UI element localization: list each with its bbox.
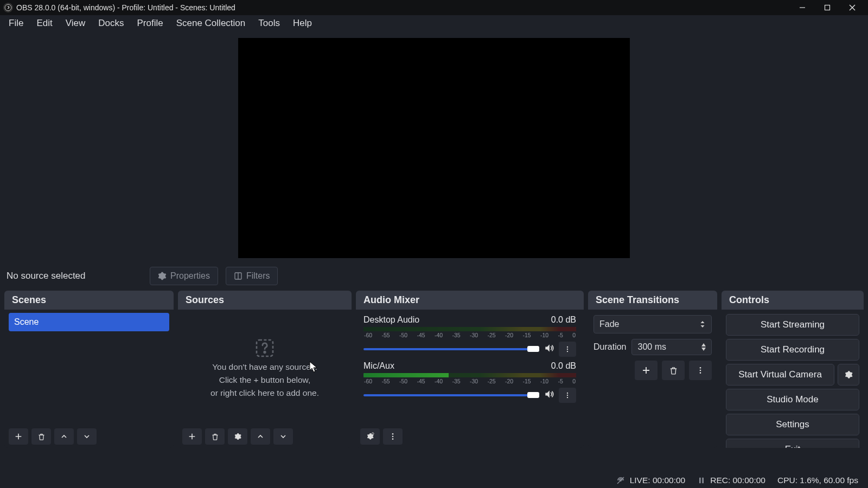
menu-docks[interactable]: Docks [92, 16, 130, 31]
track-name: Mic/Aux [363, 361, 394, 371]
menu-scene-collection[interactable]: Scene Collection [170, 16, 252, 31]
trash-icon [669, 366, 678, 375]
properties-label: Properties [170, 271, 210, 281]
source-remove-button[interactable] [205, 428, 225, 445]
menubar: File Edit View Docks Profile Scene Colle… [0, 15, 868, 31]
svg-point-17 [567, 395, 568, 396]
volume-slider[interactable] [363, 394, 539, 396]
kebab-icon [696, 366, 705, 375]
source-move-down-button[interactable] [273, 428, 293, 445]
svg-rect-35 [703, 478, 704, 484]
chevron-up-icon [60, 432, 68, 441]
track-menu-button[interactable] [559, 342, 576, 357]
window-title: OBS 28.0.0 (64-bit, windows) - Profile: … [16, 3, 790, 12]
virtual-camera-settings-button[interactable] [838, 364, 859, 386]
start-virtual-camera-button[interactable]: Start Virtual Camera [726, 364, 834, 386]
transition-properties-button[interactable] [689, 361, 712, 380]
scene-move-down-button[interactable] [77, 428, 97, 445]
preview-area [0, 31, 868, 265]
source-properties-button[interactable] [228, 428, 247, 445]
titlebar: OBS 28.0.0 (64-bit, windows) - Profile: … [0, 0, 868, 15]
scene-remove-button[interactable] [31, 428, 51, 445]
close-button[interactable] [840, 0, 865, 15]
preview-canvas[interactable] [238, 38, 630, 258]
exit-button[interactable]: Exit [726, 439, 859, 448]
plus-icon [14, 432, 23, 441]
volume-slider[interactable] [363, 348, 539, 350]
scene-add-button[interactable] [9, 428, 28, 445]
svg-point-13 [567, 346, 568, 348]
menu-help[interactable]: Help [286, 16, 318, 31]
mixer-track: Mic/Aux0.0 dB-60-55-50-45-40-35-30-25-20… [360, 359, 579, 405]
meter-ticks: -60-55-50-45-40-35-30-25-20-15-10-50 [363, 378, 576, 384]
spinner-down-icon[interactable] [700, 347, 707, 351]
svg-rect-34 [699, 478, 701, 484]
svg-point-16 [567, 393, 568, 394]
settings-button[interactable]: Settings [726, 414, 859, 435]
sources-empty-line2: Click the + button below, [219, 375, 310, 385]
studio-mode-button[interactable]: Studio Mode [726, 389, 859, 410]
spinner-up-icon[interactable] [700, 343, 707, 347]
properties-button[interactable]: Properties [150, 267, 218, 285]
sources-empty-line1: You don't have any sources. [212, 362, 317, 372]
level-meter [363, 327, 576, 331]
level-meter [363, 373, 576, 377]
select-arrows-icon [699, 320, 706, 329]
maximize-button[interactable] [815, 0, 840, 15]
audio-mixer-panel: Audio Mixer Desktop Audio0.0 dB-60-55-50… [356, 291, 584, 448]
sources-panel: Sources You don't have any sources. Clic… [178, 291, 352, 448]
source-status: No source selected [7, 271, 142, 281]
menu-view[interactable]: View [59, 16, 92, 31]
duration-label: Duration [593, 342, 626, 352]
scenes-panel: Scenes Scene [4, 291, 174, 448]
svg-point-15 [567, 351, 568, 352]
svg-point-10 [264, 351, 266, 353]
transition-select[interactable]: Fade [593, 315, 712, 333]
track-menu-button[interactable] [559, 388, 576, 403]
scene-item[interactable]: Scene [9, 313, 169, 331]
kebab-icon [388, 432, 397, 441]
duration-spinner[interactable]: 300 ms [631, 339, 712, 355]
menu-tools[interactable]: Tools [252, 16, 286, 31]
menu-profile[interactable]: Profile [130, 16, 169, 31]
trash-icon [211, 433, 219, 441]
minimize-button[interactable] [790, 0, 815, 15]
menu-edit[interactable]: Edit [30, 16, 59, 31]
svg-point-18 [567, 397, 568, 398]
source-move-up-button[interactable] [251, 428, 270, 445]
controls-panel: Controls Start Streaming Start Recording… [722, 291, 864, 448]
gear-icon [844, 370, 853, 380]
svg-rect-2 [825, 5, 830, 10]
sources-header: Sources [178, 291, 352, 310]
transition-add-button[interactable] [635, 361, 658, 380]
svg-marker-23 [701, 321, 705, 323]
menu-file[interactable]: File [2, 16, 30, 31]
gear-small-icon [365, 432, 375, 441]
mixer-menu-button[interactable] [383, 428, 403, 445]
signal-icon [616, 476, 626, 485]
start-streaming-button[interactable]: Start Streaming [726, 314, 859, 336]
status-live: LIVE: 00:00:00 [630, 476, 686, 485]
status-rec: REC: 00:00:00 [710, 476, 765, 485]
sources-body[interactable]: You don't have any sources. Click the + … [178, 310, 352, 425]
svg-marker-25 [701, 343, 706, 346]
start-recording-button[interactable]: Start Recording [726, 339, 859, 361]
filters-button[interactable]: Filters [226, 267, 278, 285]
track-db: 0.0 dB [551, 361, 576, 371]
controls-header: Controls [722, 291, 864, 310]
svg-marker-26 [701, 348, 706, 351]
mixer-advanced-button[interactable] [360, 428, 380, 445]
svg-point-21 [392, 436, 394, 438]
svg-point-31 [700, 372, 701, 374]
plus-icon [188, 432, 196, 441]
transitions-panel: Scene Transitions Fade Duration 300 ms [588, 291, 717, 448]
plus-icon [641, 365, 651, 375]
scenes-header: Scenes [4, 291, 174, 310]
app-icon [3, 3, 13, 12]
sources-empty-line3: or right click here to add one. [210, 388, 319, 398]
source-add-button[interactable] [182, 428, 202, 445]
scene-move-up-button[interactable] [54, 428, 74, 445]
speaker-icon[interactable] [544, 389, 554, 402]
speaker-icon[interactable] [544, 343, 554, 356]
transition-remove-button[interactable] [662, 361, 685, 380]
